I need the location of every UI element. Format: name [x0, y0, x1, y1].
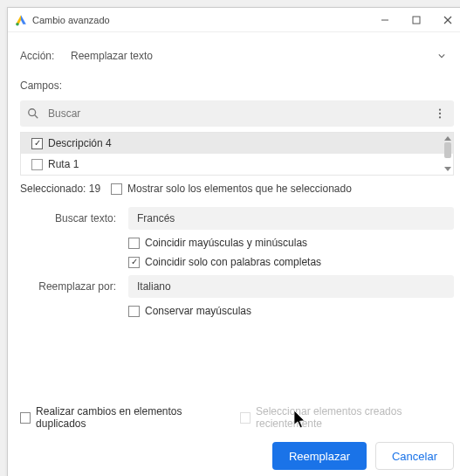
selection-count: Seleccionado: 19	[20, 183, 100, 195]
whole-word-label: Coincidir solo con palabras completas	[145, 256, 321, 268]
recent-items-label: Seleccionar elementos creados recienteme…	[256, 405, 454, 430]
svg-line-6	[35, 115, 38, 119]
fields-label: Campos:	[20, 79, 454, 92]
scroll-down-icon[interactable]	[443, 165, 452, 174]
match-case-checkbox[interactable]: Coincidir mayúsculas y minúsculas	[128, 237, 307, 249]
window-title: Cambio avanzado	[32, 15, 370, 25]
dialog-content: Acción: Reemplazar texto Campos:	[8, 32, 460, 397]
action-row: Acción: Reemplazar texto	[20, 45, 454, 67]
fields-search-input[interactable]	[48, 107, 433, 120]
cancel-button[interactable]: Cancelar	[375, 442, 454, 470]
minimize-button[interactable]	[370, 10, 400, 30]
fields-search	[20, 100, 454, 127]
replace-button[interactable]: Reemplazar	[272, 442, 367, 470]
list-item-label: Ruta 1	[48, 158, 79, 170]
maximize-button[interactable]	[402, 10, 431, 30]
preserve-case-checkbox[interactable]: Conservar mayúsculas	[128, 305, 251, 317]
dialog-window: Cambio avanzado Acción: Reemplazar texto…	[7, 7, 460, 476]
svg-point-9	[439, 116, 441, 118]
app-logo-icon	[15, 14, 27, 26]
svg-point-5	[29, 109, 36, 116]
action-value: Reemplazar texto	[71, 50, 153, 62]
chevron-down-icon	[438, 52, 445, 59]
window-controls	[370, 10, 460, 30]
list-item[interactable]: Descripción 4	[21, 133, 453, 154]
show-only-selected-checkbox[interactable]: Mostrar solo los elementos que he selecc…	[111, 183, 352, 195]
svg-rect-2	[413, 17, 420, 24]
fields-list: Descripción 4 Ruta 1	[20, 132, 454, 176]
duplicate-items-label: Realizar cambios en elementos duplicados	[36, 405, 219, 430]
find-label: Buscar texto:	[25, 212, 128, 224]
list-scrollbar[interactable]	[443, 134, 452, 174]
list-item-checkbox[interactable]	[31, 159, 43, 170]
titlebar: Cambio avanzado	[8, 8, 460, 32]
preserve-case-label: Conservar mayúsculas	[145, 305, 251, 317]
replace-input[interactable]	[128, 275, 454, 298]
svg-point-0	[16, 22, 19, 25]
list-item[interactable]: Ruta 1	[21, 154, 453, 175]
list-item-checkbox[interactable]	[31, 138, 43, 149]
selection-row: Seleccionado: 19 Mostrar solo los elemen…	[20, 183, 454, 195]
list-item-label: Descripción 4	[48, 137, 112, 149]
more-options-icon[interactable]	[433, 107, 447, 120]
svg-point-8	[439, 113, 441, 114]
show-only-selected-label: Mostrar solo los elementos que he selecc…	[127, 183, 352, 195]
whole-word-checkbox[interactable]: Coincidir solo con palabras completas	[128, 256, 321, 268]
replace-label: Reemplazar por:	[25, 280, 128, 293]
search-icon	[27, 107, 41, 120]
action-label: Acción:	[20, 50, 62, 62]
dialog-footer: Realizar cambios en elementos duplicados…	[8, 397, 460, 476]
find-input[interactable]	[128, 207, 454, 230]
match-case-label: Coincidir mayúsculas y minúsculas	[145, 237, 307, 249]
action-select[interactable]: Reemplazar texto	[62, 45, 454, 67]
close-button[interactable]	[433, 10, 460, 30]
scroll-up-icon[interactable]	[443, 134, 452, 142]
replace-form: Buscar texto: Coincidir mayúsculas y min…	[20, 207, 454, 324]
scroll-thumb[interactable]	[444, 142, 451, 158]
recent-items-checkbox: Seleccionar elementos creados recienteme…	[240, 405, 454, 430]
svg-point-7	[439, 108, 441, 110]
duplicate-items-checkbox[interactable]: Realizar cambios en elementos duplicados	[20, 405, 219, 430]
